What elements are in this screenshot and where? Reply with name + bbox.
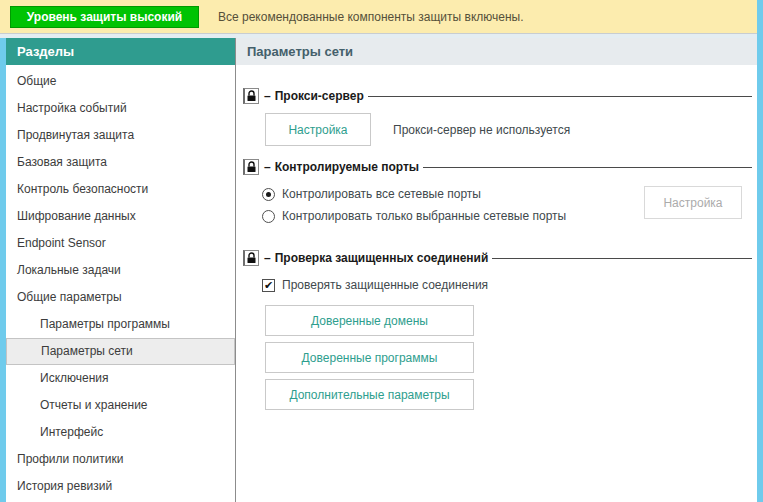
proxy-row: Настройка Прокси-сервер не используется bbox=[265, 113, 754, 146]
proxy-section-title: Прокси-сервер bbox=[275, 89, 364, 103]
radio-monitor-selected-ports-label: Контролировать только выбранные сетевые … bbox=[282, 209, 566, 223]
proxy-configure-button[interactable]: Настройка bbox=[265, 113, 371, 146]
ports-section-header: – Контролируемые порты bbox=[243, 159, 754, 175]
checkmark-icon: ✔ bbox=[264, 280, 273, 291]
radio-monitor-all-ports-label: Контролировать все сетевые порты bbox=[282, 187, 481, 201]
section-dash: – bbox=[264, 160, 271, 174]
section-rule bbox=[423, 167, 752, 168]
ports-section-title: Контролируемые порты bbox=[275, 160, 419, 174]
additional-settings-button[interactable]: Дополнительные параметры bbox=[265, 379, 474, 410]
sidebar-item-advanced-protection[interactable]: Продвинутая защита bbox=[6, 122, 235, 149]
checkbox-scan-secure-connections-label: Проверять защищенные соединения bbox=[282, 278, 488, 292]
secure-connections-section-title: Проверка защищенных соединений bbox=[275, 251, 489, 265]
sidebar-item-exclusions[interactable]: Исключения bbox=[6, 365, 235, 392]
radio-button-icon[interactable] bbox=[262, 210, 275, 223]
checkbox-icon[interactable]: ✔ bbox=[262, 279, 275, 292]
right-edge-strip bbox=[757, 0, 763, 502]
ports-body: Контролировать все сетевые порты Контрол… bbox=[262, 183, 754, 235]
sidebar-item-reports-storage[interactable]: Отчеты и хранение bbox=[6, 392, 235, 419]
sidebar-item-policy-profiles[interactable]: Профили политики bbox=[6, 446, 235, 473]
network-settings-panel: Параметры сети – Прокси-сервер Настройка… bbox=[236, 38, 757, 502]
section-rule bbox=[492, 258, 752, 259]
section-rule bbox=[368, 96, 752, 97]
sidebar-item-data-encryption[interactable]: Шифрование данных bbox=[6, 203, 235, 230]
page-title: Параметры сети bbox=[236, 38, 757, 65]
secure-connections-section-header: – Проверка защищенных соединений bbox=[243, 250, 754, 266]
sidebar-item-event-configuration[interactable]: Настройка событий bbox=[6, 95, 235, 122]
lock-icon[interactable] bbox=[243, 159, 259, 175]
settings-content: – Прокси-сервер Настройка Прокси-сервер … bbox=[236, 65, 757, 410]
sections-sidebar: Разделы Общие Настройка событий Продвину… bbox=[6, 38, 235, 502]
sidebar-list: Общие Настройка событий Продвинутая защи… bbox=[6, 68, 235, 500]
ports-configure-button[interactable]: Настройка bbox=[644, 186, 742, 219]
trusted-domains-button[interactable]: Доверенные домены bbox=[265, 305, 474, 336]
section-dash: – bbox=[264, 89, 271, 103]
notification-bar: Уровень защиты высокий Все рекомендованн… bbox=[0, 0, 763, 34]
section-dash: – bbox=[264, 251, 271, 265]
protection-status-message: Все рекомендованные компоненты защиты вк… bbox=[218, 0, 524, 34]
protection-level-button[interactable]: Уровень защиты высокий bbox=[10, 6, 199, 28]
radio-button-icon[interactable] bbox=[262, 188, 275, 201]
checkbox-scan-secure-connections[interactable]: ✔ Проверять защищенные соединения bbox=[262, 275, 754, 295]
sidebar-item-general[interactable]: Общие bbox=[6, 68, 235, 95]
trusted-applications-button[interactable]: Доверенные программы bbox=[265, 342, 474, 373]
sidebar-item-local-tasks[interactable]: Локальные задачи bbox=[6, 257, 235, 284]
secure-connections-body: ✔ Проверять защищенные соединения Довере… bbox=[262, 275, 754, 410]
lock-icon[interactable] bbox=[243, 88, 259, 104]
sidebar-item-basic-protection[interactable]: Базовая защита bbox=[6, 149, 235, 176]
sidebar-item-general-settings[interactable]: Общие параметры bbox=[6, 284, 235, 311]
proxy-section-header: – Прокси-сервер bbox=[243, 88, 754, 104]
sidebar-item-security-controls[interactable]: Контроль безопасности bbox=[6, 176, 235, 203]
proxy-status-text: Прокси-сервер не используется bbox=[393, 123, 570, 137]
sidebar-item-endpoint-sensor[interactable]: Endpoint Sensor bbox=[6, 230, 235, 257]
sidebar-item-application-settings[interactable]: Параметры программы bbox=[6, 311, 235, 338]
sidebar-title: Разделы bbox=[6, 38, 235, 65]
sidebar-item-revision-history[interactable]: История ревизий bbox=[6, 473, 235, 500]
sidebar-item-interface[interactable]: Интерфейс bbox=[6, 419, 235, 446]
sidebar-item-network-settings[interactable]: Параметры сети bbox=[6, 338, 235, 365]
lock-icon[interactable] bbox=[243, 250, 259, 266]
